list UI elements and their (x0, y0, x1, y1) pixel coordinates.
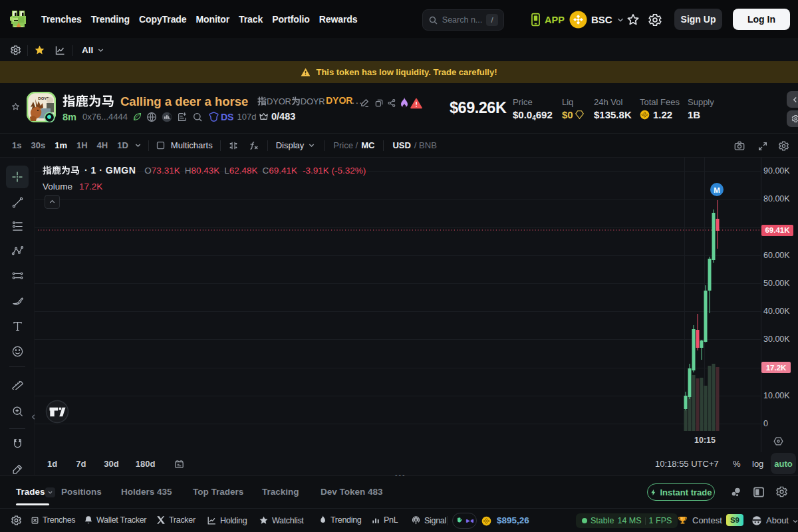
svg-text:M: M (714, 186, 720, 194)
